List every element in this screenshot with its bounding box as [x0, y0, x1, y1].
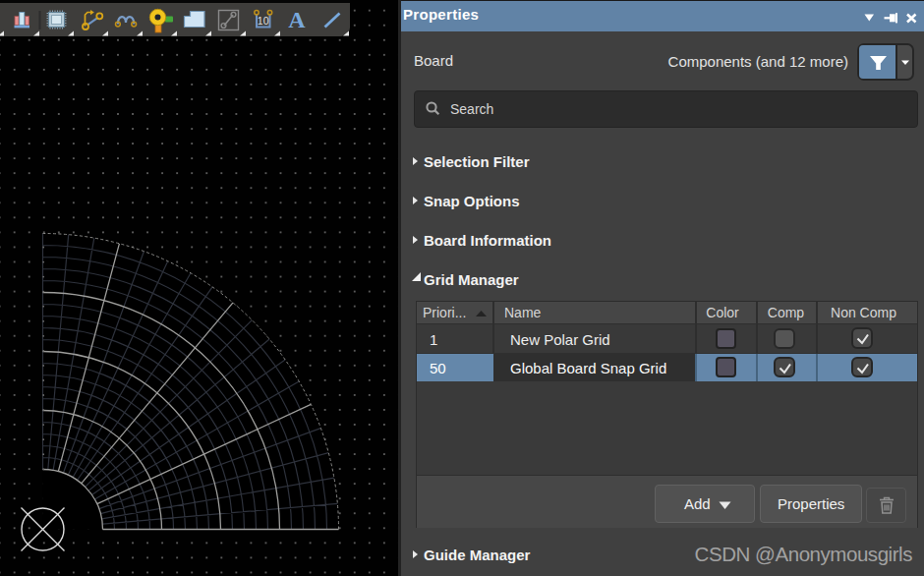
svg-text:A: A	[288, 7, 306, 32]
svg-text:10: 10	[258, 15, 269, 27]
